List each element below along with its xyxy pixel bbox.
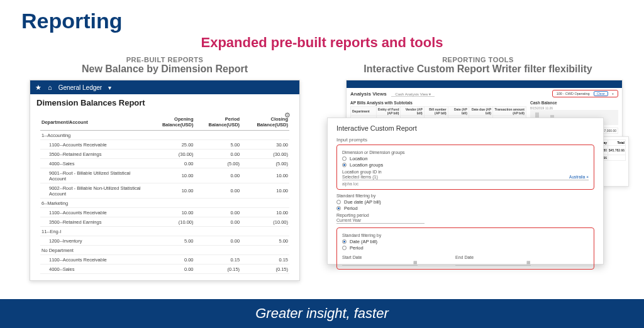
radio-due-date[interactable]: Due date (AP bill): [336, 199, 594, 205]
table-row[interactable]: 1100--Accounts Receivable25.005.0030.00: [40, 140, 289, 150]
home-icon[interactable]: ⌂: [48, 84, 52, 91]
gear-icon[interactable]: ⚙: [284, 111, 291, 119]
table-row[interactable]: 1200--Inventory5.000.005.00: [40, 236, 289, 246]
radio-location[interactable]: Location: [342, 156, 589, 161]
right-column: REPORTING TOOLS Interactive Custom Repor…: [327, 56, 629, 281]
selected-link[interactable]: Australia ×: [569, 175, 589, 179]
chevron-down-icon[interactable]: ▾: [108, 84, 111, 91]
reporting-period-label: Reporting period: [336, 213, 594, 217]
radio-period-2[interactable]: Period: [342, 245, 589, 251]
cash-title: Cash Balance: [530, 101, 618, 105]
table-row[interactable]: 3500--Retained Earnings(10.00)0.00(10.00…: [40, 217, 289, 227]
table-row[interactable]: 1100--Accounts Receivable0.000.150.15: [40, 255, 289, 265]
dialog-title: Interactive Custom Report: [336, 124, 594, 132]
table-row[interactable]: 11--Eng-I: [40, 227, 289, 236]
columns: PRE-BUILT REPORTS New Balance by Dimensi…: [0, 51, 644, 281]
col-cb: Closing Balance(USD): [241, 114, 289, 131]
right-composite: Analysis Views Cash Analysis View ▾ 100 …: [327, 80, 629, 268]
table-row[interactable]: 9002--Root - Billable Non-Utilized Stati…: [40, 183, 289, 199]
footer-band: Greater insight, faster: [0, 299, 644, 328]
std-filter-label: Standard filtering by: [336, 194, 594, 198]
filter-callout: 100 - CWD Operating Clear +: [552, 90, 618, 97]
left-screenshot: ★ ⌂ General Ledger ▾ Dimension Balances …: [30, 80, 300, 281]
dim-group-label: Dimension or Dimension groups: [342, 150, 589, 155]
right-kicker: REPORTING TOOLS: [327, 56, 629, 63]
back-top-bar: [347, 80, 622, 88]
report-body: ⚙ Department/Account Opening Balance(USD…: [30, 114, 299, 280]
calendar-icon: ▦: [413, 260, 418, 265]
start-date-label: Start Date: [342, 255, 418, 260]
footer-text: Greater insight, faster: [255, 305, 389, 322]
breadcrumb[interactable]: General Ledger: [58, 84, 103, 91]
col-dept: Department/Account: [40, 114, 145, 131]
filter-text: 100 - CWD Operating: [557, 92, 590, 96]
chevron-down-icon: ▾: [429, 92, 431, 96]
radio-location-groups[interactable]: Location groups: [342, 162, 589, 168]
icr-dialog: Interactive Custom Report Input prompts …: [327, 118, 604, 265]
left-heading: New Balance by Dimension Report: [15, 63, 314, 75]
left-column: PRE-BUILT REPORTS New Balance by Dimensi…: [15, 56, 314, 281]
col-pb: Period Balance(USD): [194, 114, 241, 131]
date-filter-callout: Standard filtering by Date (AP bill) Per…: [336, 227, 594, 270]
table-row[interactable]: 4000--Sales0.00(0.15)(0.15): [40, 265, 289, 274]
plus-icon[interactable]: +: [612, 92, 614, 96]
table-row[interactable]: 6--Marketing: [40, 199, 289, 208]
table-row[interactable]: 3500--Retained Earnings(30.00)0.00(30.00…: [40, 150, 289, 159]
dimension-table: Department/Account Opening Balance(USD) …: [40, 114, 289, 274]
selected-items-box[interactable]: Selected Items (1) Australia ×: [342, 174, 589, 180]
analysis-dropdown[interactable]: Cash Analysis View ▾: [391, 92, 435, 97]
star-icon[interactable]: ★: [35, 84, 42, 92]
start-date-input[interactable]: ▦: [342, 260, 418, 266]
table-row[interactable]: 4000--Sales0.00(5.00)(5.00): [40, 159, 289, 168]
analysis-title: Analysis Views: [350, 91, 387, 97]
radio-date-apbill[interactable]: Date (AP bill): [342, 239, 589, 244]
end-date-label: End Date: [455, 255, 531, 260]
dimension-group-callout: Dimension or Dimension groups Location L…: [336, 145, 594, 190]
report-title: Dimension Balances Report: [30, 94, 299, 114]
page-title: Reporting: [0, 0, 644, 33]
app-top-bar: ★ ⌂ General Ledger ▾: [30, 80, 299, 94]
right-heading: Interactive Custom Report Writer filter …: [327, 63, 629, 75]
radio-period[interactable]: Period: [336, 205, 594, 211]
table-row[interactable]: 1100--Accounts Receivable10.000.0010.00: [40, 208, 289, 217]
alpha-loc: alpha loc: [342, 182, 589, 186]
table-row[interactable]: No Department: [40, 246, 289, 255]
reporting-period-select[interactable]: Current Year: [336, 217, 425, 224]
clear-button[interactable]: Clear: [594, 91, 608, 96]
std-filter-label-2: Standard filtering by: [342, 233, 589, 238]
table-row[interactable]: 1--Accounting: [40, 131, 289, 140]
col-ob: Opening Balance(USD): [145, 114, 194, 131]
left-kicker: PRE-BUILT REPORTS: [15, 56, 314, 63]
end-date-input[interactable]: ▦: [455, 260, 531, 266]
table-row[interactable]: 9001--Root - Billable Utilized Statistic…: [40, 168, 289, 183]
loc-group-id-label: Location group ID in: [342, 170, 589, 174]
calendar-icon: ▦: [526, 260, 531, 265]
slide: Reporting Expanded pre-built reports and…: [0, 0, 644, 328]
page-subtitle: Expanded pre-built reports and tools: [0, 35, 644, 51]
input-prompts-label: Input prompts: [336, 137, 594, 143]
apbills-title: AP Bills Analysis with Subtotals: [350, 101, 526, 105]
